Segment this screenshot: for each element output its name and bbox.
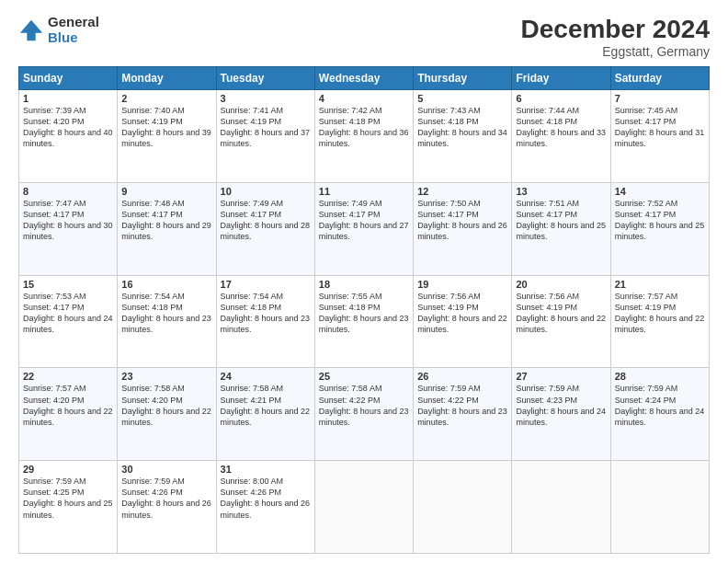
sunset-label: Sunset: 4:21 PM	[221, 396, 282, 405]
sunrise-label: Sunrise: 7:40 AM	[121, 106, 185, 115]
cell-content: Sunrise: 7:40 AM Sunset: 4:19 PM Dayligh…	[121, 105, 211, 150]
logo-general-text: General	[48, 15, 99, 30]
sunset-label: Sunset: 4:18 PM	[319, 303, 381, 312]
day-number: 13	[516, 186, 606, 197]
cell-content: Sunrise: 7:42 AM Sunset: 4:18 PM Dayligh…	[319, 105, 409, 150]
logo-icon	[18, 17, 44, 43]
daylight-label: Daylight: 8 hours and 29 minutes.	[121, 221, 211, 241]
col-monday: Monday	[118, 67, 216, 90]
sunrise-label: Sunrise: 7:54 AM	[121, 292, 185, 301]
sunrise-label: Sunrise: 7:59 AM	[615, 384, 678, 393]
sunrise-label: Sunrise: 7:59 AM	[516, 384, 579, 393]
calendar-cell: 1 Sunrise: 7:39 AM Sunset: 4:20 PM Dayli…	[19, 90, 118, 183]
sunrise-label: Sunrise: 7:52 AM	[615, 199, 678, 208]
calendar-week-row: 1 Sunrise: 7:39 AM Sunset: 4:20 PM Dayli…	[19, 90, 710, 183]
day-number: 24	[221, 371, 311, 382]
daylight-label: Daylight: 8 hours and 23 minutes.	[319, 407, 409, 427]
sunrise-label: Sunrise: 7:58 AM	[121, 384, 185, 393]
calendar-week-row: 22 Sunrise: 7:57 AM Sunset: 4:20 PM Dayl…	[19, 368, 710, 461]
sunrise-label: Sunrise: 7:47 AM	[23, 199, 86, 208]
day-number: 31	[221, 464, 311, 475]
cell-content: Sunrise: 7:44 AM Sunset: 4:18 PM Dayligh…	[516, 105, 606, 150]
cell-content: Sunrise: 7:43 AM Sunset: 4:18 PM Dayligh…	[417, 105, 507, 150]
sunset-label: Sunset: 4:18 PM	[319, 117, 381, 126]
day-number: 28	[615, 371, 705, 382]
calendar-cell: 21 Sunrise: 7:57 AM Sunset: 4:19 PM Dayl…	[610, 275, 709, 368]
calendar-cell: 3 Sunrise: 7:41 AM Sunset: 4:19 PM Dayli…	[216, 90, 314, 183]
day-number: 9	[121, 186, 211, 197]
sunset-label: Sunset: 4:26 PM	[221, 488, 282, 497]
daylight-label: Daylight: 8 hours and 25 minutes.	[23, 499, 113, 519]
sunset-label: Sunset: 4:20 PM	[23, 396, 85, 405]
daylight-label: Daylight: 8 hours and 36 minutes.	[319, 128, 409, 148]
day-number: 1	[23, 93, 113, 104]
daylight-label: Daylight: 8 hours and 25 minutes.	[516, 221, 606, 241]
cell-content: Sunrise: 7:48 AM Sunset: 4:17 PM Dayligh…	[121, 198, 211, 243]
daylight-label: Daylight: 8 hours and 24 minutes.	[516, 407, 606, 427]
calendar-cell: 9 Sunrise: 7:48 AM Sunset: 4:17 PM Dayli…	[118, 182, 216, 275]
daylight-label: Daylight: 8 hours and 40 minutes.	[23, 128, 113, 148]
calendar-cell: 30 Sunrise: 7:59 AM Sunset: 4:26 PM Dayl…	[118, 461, 216, 554]
sunset-label: Sunset: 4:17 PM	[516, 210, 577, 219]
sunset-label: Sunset: 4:17 PM	[319, 210, 381, 219]
daylight-label: Daylight: 8 hours and 22 minutes.	[221, 407, 311, 427]
day-number: 2	[121, 93, 211, 104]
calendar-cell: 22 Sunrise: 7:57 AM Sunset: 4:20 PM Dayl…	[19, 368, 118, 461]
cell-content: Sunrise: 7:59 AM Sunset: 4:26 PM Dayligh…	[121, 476, 211, 521]
calendar-cell	[610, 461, 709, 554]
cell-content: Sunrise: 7:57 AM Sunset: 4:19 PM Dayligh…	[615, 291, 705, 336]
calendar-cell: 29 Sunrise: 7:59 AM Sunset: 4:25 PM Dayl…	[19, 461, 118, 554]
col-saturday: Saturday	[610, 67, 709, 90]
calendar-cell: 7 Sunrise: 7:45 AM Sunset: 4:17 PM Dayli…	[610, 90, 709, 183]
col-tuesday: Tuesday	[216, 67, 314, 90]
sunrise-label: Sunrise: 7:50 AM	[417, 199, 481, 208]
day-number: 3	[221, 93, 311, 104]
day-number: 20	[516, 279, 606, 290]
calendar-cell: 25 Sunrise: 7:58 AM Sunset: 4:22 PM Dayl…	[314, 368, 413, 461]
calendar-cell: 8 Sunrise: 7:47 AM Sunset: 4:17 PM Dayli…	[19, 182, 118, 275]
cell-content: Sunrise: 7:59 AM Sunset: 4:23 PM Dayligh…	[516, 383, 606, 428]
calendar-cell: 24 Sunrise: 7:58 AM Sunset: 4:21 PM Dayl…	[216, 368, 314, 461]
daylight-label: Daylight: 8 hours and 30 minutes.	[23, 221, 113, 241]
cell-content: Sunrise: 7:49 AM Sunset: 4:17 PM Dayligh…	[221, 198, 311, 243]
cell-content: Sunrise: 7:58 AM Sunset: 4:22 PM Dayligh…	[319, 383, 409, 428]
day-number: 16	[121, 279, 211, 290]
calendar-cell: 17 Sunrise: 7:54 AM Sunset: 4:18 PM Dayl…	[216, 275, 314, 368]
sunrise-label: Sunrise: 7:58 AM	[221, 384, 284, 393]
sunrise-label: Sunrise: 7:53 AM	[23, 292, 86, 301]
cell-content: Sunrise: 7:59 AM Sunset: 4:24 PM Dayligh…	[615, 383, 705, 428]
logo-text: General Blue	[48, 15, 99, 45]
calendar-cell: 27 Sunrise: 7:59 AM Sunset: 4:23 PM Dayl…	[512, 368, 610, 461]
sunset-label: Sunset: 4:22 PM	[319, 396, 381, 405]
daylight-label: Daylight: 8 hours and 22 minutes.	[23, 407, 113, 427]
col-friday: Friday	[512, 67, 610, 90]
sunrise-label: Sunrise: 7:59 AM	[23, 477, 86, 486]
cell-content: Sunrise: 7:41 AM Sunset: 4:19 PM Dayligh…	[221, 105, 311, 150]
day-number: 5	[417, 93, 507, 104]
sunset-label: Sunset: 4:17 PM	[121, 210, 183, 219]
calendar-cell: 23 Sunrise: 7:58 AM Sunset: 4:20 PM Dayl…	[118, 368, 216, 461]
day-number: 19	[417, 279, 507, 290]
sunrise-label: Sunrise: 7:39 AM	[23, 106, 86, 115]
calendar-cell: 2 Sunrise: 7:40 AM Sunset: 4:19 PM Dayli…	[118, 90, 216, 183]
sunrise-label: Sunrise: 7:43 AM	[417, 106, 481, 115]
sunset-label: Sunset: 4:26 PM	[121, 488, 183, 497]
col-wednesday: Wednesday	[314, 67, 413, 90]
day-number: 11	[319, 186, 409, 197]
daylight-label: Daylight: 8 hours and 39 minutes.	[121, 128, 211, 148]
sunset-label: Sunset: 4:18 PM	[121, 303, 183, 312]
sunset-label: Sunset: 4:18 PM	[417, 117, 479, 126]
sunset-label: Sunset: 4:19 PM	[417, 303, 479, 312]
sunrise-label: Sunrise: 7:48 AM	[121, 199, 185, 208]
sunrise-label: Sunrise: 7:56 AM	[417, 292, 481, 301]
day-number: 14	[615, 186, 705, 197]
calendar-week-row: 29 Sunrise: 7:59 AM Sunset: 4:25 PM Dayl…	[19, 461, 710, 554]
daylight-label: Daylight: 8 hours and 24 minutes.	[615, 407, 705, 427]
daylight-label: Daylight: 8 hours and 31 minutes.	[615, 128, 705, 148]
calendar-cell: 11 Sunrise: 7:49 AM Sunset: 4:17 PM Dayl…	[314, 182, 413, 275]
sunset-label: Sunset: 4:24 PM	[615, 396, 677, 405]
day-number: 23	[121, 371, 211, 382]
calendar-cell	[512, 461, 610, 554]
daylight-label: Daylight: 8 hours and 37 minutes.	[221, 128, 311, 148]
cell-content: Sunrise: 7:57 AM Sunset: 4:20 PM Dayligh…	[23, 383, 113, 428]
